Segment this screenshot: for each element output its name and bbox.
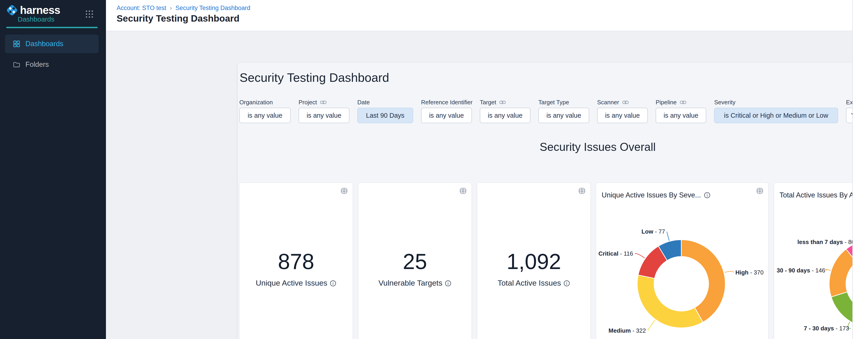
globe-icon[interactable] [459,187,467,195]
filter-value-pipeline[interactable]: is any value [656,108,706,123]
filter-value-severity[interactable]: is Critical or High or Medium or Low [714,108,838,123]
sidebar-item-dashboards[interactable]: Dashboards [5,34,99,53]
dashboards-grid-icon [13,40,21,48]
label-connector [825,269,831,271]
cards-row: 878Unique Active Issues25Vulnerable Targ… [239,183,868,339]
info-icon[interactable] [704,192,711,199]
stat-value: 1,092 [477,251,590,273]
stat-card-unique-active-issues: 878Unique Active Issues [239,183,353,339]
module-underline [6,27,98,28]
chart-title: Unique Active Issues By Seve... [602,191,751,199]
stat-value: 25 [359,251,471,273]
dashboard-panel: Security Testing Dashboard [238,63,868,339]
globe-icon[interactable] [340,187,348,195]
filter-value-date[interactable]: Last 90 Days [357,108,413,123]
filter-group-target-type: Target Typeis any value [538,98,589,123]
stat-card-total-active-issues: 1,092Total Active Issues [477,183,591,339]
filter-group-scanner: Scanneris any value [597,98,648,123]
filter-group-project: Projectis any value [299,98,349,123]
donut-label-30-90-days: 30 - 90 days - 146 [777,267,825,274]
filter-group-severity: Severityis Critical or High or Medium or… [714,98,838,123]
info-icon[interactable] [445,280,452,287]
filter-value-target[interactable]: is any value [480,108,530,123]
module-grid-icon[interactable] [84,9,94,19]
sidebar-item-label: Dashboards [25,40,63,48]
sidebar-nav: DashboardsFolders [5,34,99,72]
stat-label: Vulnerable Targets [359,279,471,287]
label-connector [724,271,734,273]
dashboard-title: Security Testing Dashboard [240,70,389,85]
filter-label-scanner: Scanner [597,98,648,106]
donut-label-low: Low - 77 [641,228,665,235]
breadcrumb-dashboard-link[interactable]: Security Testing Dashboard [176,4,250,11]
filter-value-scanner[interactable]: is any value [597,108,648,123]
info-icon[interactable] [563,280,570,287]
content-area: Security Testing Dashboard [106,31,868,339]
donut-slice-medium [637,275,703,328]
harness-logo-icon [5,4,19,17]
topbar: Account: STO test › Security Testing Das… [106,0,868,31]
filter-value-project[interactable]: is any value [299,108,349,123]
folder-icon [13,61,21,68]
filter-group-target: Targetis any value [480,98,530,123]
donut-label-less-than-7-days: less than 7 days - 80 [798,238,855,246]
filter-value-reference-identifier[interactable]: is any value [421,108,472,123]
sidebar-item-label: Folders [25,60,49,68]
module-label: Dashboards [18,16,55,23]
globe-icon[interactable] [756,187,764,195]
filter-group-pipeline: Pipelineis any value [656,98,706,123]
filter-label-reference-identifier: Reference Identifier [421,98,472,106]
breadcrumb-separator-icon: › [170,4,172,11]
link-icon [499,101,506,104]
chart-card-unique-active-issues-by-severity: Unique Active Issues By Seve...High - 37… [596,183,768,339]
filter-label-target: Target [480,98,530,106]
app: harness Dashboards DashboardsFolders Acc… [0,0,868,339]
vertical-scrollbar[interactable] [852,0,868,339]
filter-label-organization: Organization [239,98,290,106]
filter-label-date: Date [357,98,413,106]
link-icon [680,101,686,104]
filter-value-organization[interactable]: is any value [239,108,290,123]
filter-group-organization: Organizationis any value [239,98,290,123]
globe-icon[interactable] [578,187,586,195]
donut-label-medium: Medium - 322 [609,327,646,334]
filter-label-severity: Severity [714,98,838,106]
label-connector [648,320,655,331]
link-icon [320,101,327,104]
donut-label-7-30-days: 7 - 30 days - 173 [804,325,849,332]
donut-chart-unique-active-issues-by-severity[interactable] [596,183,769,339]
harness-logo[interactable]: harness [5,4,60,17]
filter-label-project: Project [299,98,349,106]
stat-label: Unique Active Issues [240,279,352,287]
sidebar-item-folders[interactable]: Folders [5,57,99,72]
logo-text: harness [20,4,60,17]
donut-slice-high [681,240,725,322]
sidebar: harness Dashboards DashboardsFolders [0,0,106,339]
filter-label-target-type: Target Type [538,98,589,106]
breadcrumb-account-link[interactable]: Account: STO test [117,4,166,11]
filter-group-reference-identifier: Reference Identifieris any value [421,98,472,123]
link-icon [622,101,629,104]
stat-card-vulnerable-targets: 25Vulnerable Targets [358,183,472,339]
filter-label-pipeline: Pipeline [656,98,706,106]
filter-value-target-type[interactable]: is any value [538,108,589,123]
page-title: Security Testing Dashboard [117,13,239,24]
stat-value: 878 [240,251,352,273]
info-icon[interactable] [330,280,336,287]
donut-label-critical: Critical - 116 [598,250,633,257]
label-connector [635,254,645,258]
label-connector [667,232,669,241]
filter-group-date: DateLast 90 Days [357,98,413,123]
filter-bar: Organizationis any valueProjectis any va… [239,98,868,123]
section-heading: Security Issues Overall [238,140,868,153]
donut-label-high: High - 370 [735,269,764,276]
stat-label: Total Active Issues [477,279,590,287]
breadcrumb: Account: STO test › Security Testing Das… [117,4,250,11]
